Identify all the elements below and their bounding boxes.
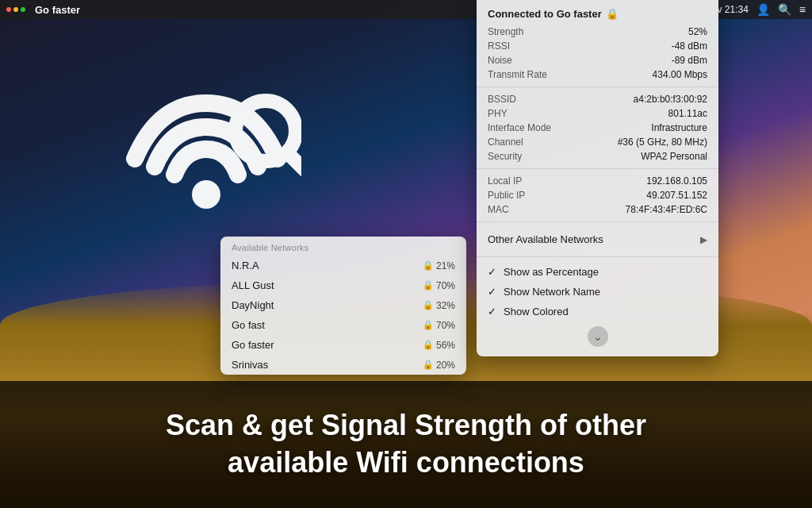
available-networks-panel: Available Networks N.R.A 🔒 21% ALL Gust … bbox=[220, 237, 466, 375]
rssi-value: -48 dBm bbox=[672, 40, 707, 52]
menubar-left: Go faster bbox=[6, 4, 80, 16]
search-icon[interactable]: 🔍 bbox=[778, 3, 791, 16]
transmit-row: Transmit Rate 434.00 Mbps bbox=[477, 67, 718, 82]
other-networks-row[interactable]: Other Available Networks ▶ bbox=[477, 227, 718, 252]
divider-4 bbox=[477, 256, 718, 257]
network-item[interactable]: Go faster 🔒 56% bbox=[220, 335, 466, 355]
bottom-text-content: Scan & get Signal Strength of other avai… bbox=[166, 407, 646, 482]
phy-row: PHY 801.11ac bbox=[477, 106, 718, 121]
network-item[interactable]: ALL Gust 🔒 70% bbox=[220, 275, 466, 295]
signal-info-section: Strength 52% RSSI -48 dBm Noise -89 dBm … bbox=[477, 25, 718, 82]
lock-icon: 🔒 bbox=[423, 280, 434, 291]
menu-option-label: Show Colored bbox=[504, 306, 569, 318]
available-networks-header: Available Networks bbox=[220, 237, 466, 256]
strength-row: Strength 52% bbox=[477, 25, 718, 39]
public-ip-row: Public IP 49.207.51.152 bbox=[477, 188, 718, 202]
networks-list: N.R.A 🔒 21% ALL Gust 🔒 70% DayNight 🔒 32… bbox=[220, 256, 466, 375]
network-signal: 🔒 21% bbox=[423, 260, 455, 271]
channel-value: #36 (5 GHz, 80 MHz) bbox=[618, 137, 707, 148]
lock-icon: 🔒 bbox=[423, 300, 434, 310]
network-signal: 🔒 70% bbox=[423, 280, 455, 291]
scroll-down-area: ⌄ bbox=[477, 321, 718, 350]
svg-point-0 bbox=[192, 180, 220, 209]
network-item[interactable]: DayNight 🔒 32% bbox=[220, 295, 466, 315]
local-ip-value: 192.168.0.105 bbox=[646, 175, 707, 187]
bottom-line1: Scan & get Signal Strength of other bbox=[166, 407, 646, 444]
menu-option-row[interactable]: ✓ Show Colored bbox=[477, 302, 718, 321]
mac-value: 78:4F:43:4F:ED:6C bbox=[626, 204, 707, 215]
divider-2 bbox=[477, 168, 718, 169]
network-name: ALL Gust bbox=[232, 279, 423, 291]
network-signal: 🔒 70% bbox=[423, 320, 455, 331]
interface-label: Interface Mode bbox=[488, 122, 575, 133]
app-name[interactable]: Go faster bbox=[35, 4, 80, 16]
network-signal: 🔒 32% bbox=[423, 300, 455, 311]
maximize-dot bbox=[21, 7, 25, 12]
menu-option-row[interactable]: ✓ Show Network Name bbox=[477, 282, 718, 302]
lock-icon: 🔒 bbox=[423, 320, 434, 330]
interface-row: Interface Mode Infrastructure bbox=[477, 121, 718, 135]
menu-icon[interactable]: ≡ bbox=[799, 3, 806, 16]
close-dot bbox=[6, 7, 11, 12]
transmit-label: Transmit Rate bbox=[488, 69, 575, 80]
lock-icon: 🔒 bbox=[423, 260, 434, 271]
lock-icon: 🔒 bbox=[423, 360, 434, 370]
security-row: Security WPA2 Personal bbox=[477, 149, 718, 164]
checkmark-icon: ✓ bbox=[488, 286, 499, 298]
user-icon[interactable]: 👤 bbox=[756, 3, 770, 16]
network-item[interactable]: Go fast 🔒 70% bbox=[220, 315, 466, 335]
rssi-label: RSSI bbox=[488, 40, 575, 52]
network-name: Srinivas bbox=[232, 359, 423, 371]
window-controls bbox=[6, 7, 25, 12]
security-value: WPA2 Personal bbox=[641, 151, 707, 162]
scroll-down-button[interactable]: ⌄ bbox=[588, 326, 608, 347]
strength-value: 52% bbox=[688, 26, 707, 37]
svg-line-2 bbox=[287, 152, 301, 171]
signal-value: 32% bbox=[436, 300, 455, 311]
bssid-label: BSSID bbox=[488, 94, 575, 105]
transmit-value: 434.00 Mbps bbox=[653, 69, 707, 80]
network-signal: 🔒 56% bbox=[423, 340, 455, 351]
noise-row: Noise -89 dBm bbox=[477, 53, 718, 67]
signal-value: 20% bbox=[436, 360, 455, 371]
mac-row: MAC 78:4F:43:4F:ED:6C bbox=[477, 202, 718, 217]
channel-label: Channel bbox=[488, 137, 575, 148]
checkmark-icon: ✓ bbox=[488, 266, 499, 278]
checkmark-icon: ✓ bbox=[488, 306, 499, 318]
network-item[interactable]: Srinivas 🔒 20% bbox=[220, 355, 466, 375]
public-ip-label: Public IP bbox=[488, 190, 575, 201]
lock-icon: 🔒 bbox=[423, 340, 434, 350]
channel-row: Channel #36 (5 GHz, 80 MHz) bbox=[477, 135, 718, 149]
network-item[interactable]: N.R.A 🔒 21% bbox=[220, 256, 466, 275]
signal-value: 70% bbox=[436, 280, 455, 291]
connected-title-text: Connected to Go faster bbox=[488, 8, 602, 20]
network-signal: 🔒 20% bbox=[423, 360, 455, 371]
wifi-scan-illustration bbox=[111, 64, 301, 241]
network-name: N.R.A bbox=[232, 260, 423, 271]
rssi-row: RSSI -48 dBm bbox=[477, 39, 718, 53]
security-label: Security bbox=[488, 151, 575, 162]
signal-value: 56% bbox=[436, 340, 455, 351]
divider-1 bbox=[477, 87, 718, 87]
network-name: Go fast bbox=[232, 319, 423, 331]
bottom-line2: available Wifi connections bbox=[166, 444, 646, 482]
menu-option-row[interactable]: ✓ Show as Percentage bbox=[477, 262, 718, 282]
divider-3 bbox=[477, 221, 718, 222]
bssid-row: BSSID a4:2b:b0:f3:00:92 bbox=[477, 92, 718, 106]
lock-icon: 🔒 bbox=[606, 8, 619, 20]
local-ip-label: Local IP bbox=[488, 175, 575, 187]
local-ip-row: Local IP 192.168.0.105 bbox=[477, 174, 718, 188]
menu-option-label: Show Network Name bbox=[504, 286, 600, 298]
bottom-caption: Scan & get Signal Strength of other avai… bbox=[0, 381, 812, 508]
mac-label: MAC bbox=[488, 204, 575, 215]
menu-option-label: Show as Percentage bbox=[504, 266, 599, 278]
minimize-dot bbox=[13, 7, 18, 12]
menu-options-list: ✓ Show as Percentage ✓ Show Network Name… bbox=[477, 262, 718, 321]
interface-value: Infrastructure bbox=[651, 122, 707, 133]
other-networks-label: Other Available Networks bbox=[488, 233, 603, 245]
phy-value: 801.11ac bbox=[668, 108, 707, 119]
strength-label: Strength bbox=[488, 26, 575, 37]
signal-value: 21% bbox=[436, 260, 455, 271]
network-name: DayNight bbox=[232, 299, 423, 311]
signal-value: 70% bbox=[436, 320, 455, 331]
